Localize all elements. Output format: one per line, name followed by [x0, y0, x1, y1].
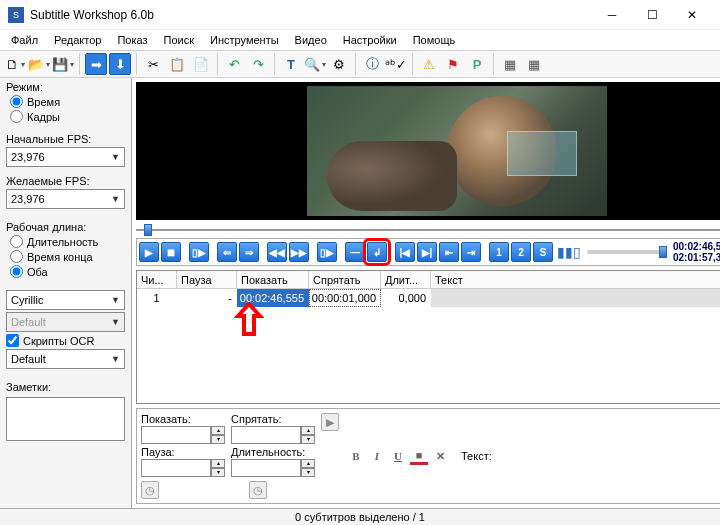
info-button[interactable]: ⓘ: [361, 53, 383, 75]
preset-2-button[interactable]: 2: [511, 242, 531, 262]
copy-button[interactable]: 📋: [166, 53, 188, 75]
wl-both-radio[interactable]: Оба: [6, 265, 125, 278]
volume-icon: ▮▮▯: [557, 244, 581, 260]
desired-fps-select[interactable]: 23,976▼: [6, 189, 125, 209]
col-pause[interactable]: Пауза: [177, 271, 237, 288]
bold-button[interactable]: B: [347, 447, 365, 465]
hide-input[interactable]: ▴▾: [231, 426, 315, 444]
content-area: ▶ ⏹ ▯▶ ⇐ ⇒ ◀◀ ▶▶ ▯▶ — ↲ |◀ ▶| ⇤ ⇥ 1 2 S …: [132, 78, 720, 508]
set-time-button[interactable]: ↲: [367, 242, 387, 262]
mode-frames-radio[interactable]: Кадры: [6, 110, 125, 123]
charset2-select: Default▼: [6, 312, 125, 332]
s-button[interactable]: S: [533, 242, 553, 262]
cut-button[interactable]: ✂: [142, 53, 164, 75]
duration-input[interactable]: ▴▾: [231, 459, 315, 477]
stop-button[interactable]: ⏹: [161, 242, 181, 262]
notes-textarea[interactable]: [6, 397, 125, 441]
wl-endtime-radio[interactable]: Время конца: [6, 250, 125, 263]
clock-2-button[interactable]: ◷: [249, 481, 267, 499]
col-duration[interactable]: Длит...: [381, 271, 431, 288]
color-button[interactable]: ■: [410, 447, 428, 465]
goto-end-button[interactable]: ▶|: [417, 242, 437, 262]
menu-tools[interactable]: Инструменты: [202, 32, 287, 48]
show-label: Показать:: [141, 413, 225, 425]
underline-button[interactable]: U: [389, 447, 407, 465]
pause-input[interactable]: ▴▾: [141, 459, 225, 477]
mode-btn-2[interactable]: ⬇: [109, 53, 131, 75]
paste-button[interactable]: 📄: [190, 53, 212, 75]
spellcheck-button[interactable]: ᵃᵇ✓: [385, 53, 407, 75]
redo-button[interactable]: ↷: [247, 53, 269, 75]
clock-1-button[interactable]: ◷: [141, 481, 159, 499]
rewind-button[interactable]: ◀◀: [267, 242, 287, 262]
menu-file[interactable]: Файл: [3, 32, 46, 48]
menu-settings[interactable]: Настройки: [335, 32, 405, 48]
menu-edit[interactable]: Редактор: [46, 32, 109, 48]
new-button[interactable]: 🗋: [4, 53, 26, 75]
table-row[interactable]: 1 - 00:02:46,555 00:00:01,000 0,000: [137, 289, 720, 307]
forward-button[interactable]: ▶▶: [289, 242, 309, 262]
volume-slider[interactable]: [587, 250, 667, 254]
menu-view[interactable]: Показ: [109, 32, 155, 48]
stepback-button[interactable]: ▯▶: [189, 242, 209, 262]
col-num[interactable]: Чи...: [137, 271, 177, 288]
notes-label: Заметки:: [6, 381, 125, 393]
subtitle-table[interactable]: Чи... Пауза Показать Спрятать Длит... Те…: [136, 270, 720, 404]
col-hide[interactable]: Спрятать: [309, 271, 381, 288]
grid1-button[interactable]: ▦: [499, 53, 521, 75]
sidebar: Режим: Время Кадры Начальные FPS: 23,976…: [0, 78, 132, 508]
flag-button[interactable]: ⚑: [442, 53, 464, 75]
close-button[interactable]: ✕: [672, 0, 712, 29]
player-controls: ▶ ⏹ ▯▶ ⇐ ⇒ ◀◀ ▶▶ ▯▶ — ↲ |◀ ▶| ⇤ ⇥ 1 2 S …: [136, 238, 720, 266]
menu-search[interactable]: Поиск: [156, 32, 202, 48]
col-text[interactable]: Текст: [431, 271, 720, 288]
mode-label: Режим:: [6, 81, 125, 93]
ocr-select[interactable]: Default▼: [6, 349, 125, 369]
video-preview[interactable]: [136, 82, 720, 220]
sub-line-button[interactable]: —: [345, 242, 365, 262]
warning-button[interactable]: ⚠: [418, 53, 440, 75]
toolbar-sep-6: [412, 53, 413, 75]
cell-num: 1: [137, 289, 177, 307]
menu-help[interactable]: Помощь: [405, 32, 464, 48]
col-show[interactable]: Показать: [237, 271, 309, 288]
next-button[interactable]: ⇒: [239, 242, 259, 262]
zoom-button[interactable]: 🔍: [304, 53, 326, 75]
seek-bar[interactable]: [136, 224, 720, 236]
mode-btn-1[interactable]: ➡: [85, 53, 107, 75]
worklength-label: Рабочая длина:: [6, 221, 125, 233]
p-button[interactable]: P: [466, 53, 488, 75]
undo-button[interactable]: ↶: [223, 53, 245, 75]
maximize-button[interactable]: ☐: [632, 0, 672, 29]
mark-in-button[interactable]: ⇤: [439, 242, 459, 262]
hide-label: Спрятать:: [231, 413, 315, 425]
clear-format-button[interactable]: ✕: [431, 447, 449, 465]
app-icon: S: [8, 7, 24, 23]
italic-button[interactable]: I: [368, 447, 386, 465]
duration-label: Длительность:: [231, 446, 315, 458]
window-title: Subtitle Workshop 6.0b: [30, 8, 592, 22]
goto-start-button[interactable]: |◀: [395, 242, 415, 262]
mode-time-radio[interactable]: Время: [6, 95, 125, 108]
frameadv-button[interactable]: ▯▶: [317, 242, 337, 262]
toolbar-sep-5: [355, 53, 356, 75]
prev-button[interactable]: ⇐: [217, 242, 237, 262]
wl-duration-radio[interactable]: Длительность: [6, 235, 125, 248]
time-next-button[interactable]: ▶: [321, 413, 339, 431]
settings-button[interactable]: ⚙: [328, 53, 350, 75]
mark-out-button[interactable]: ⇥: [461, 242, 481, 262]
grid2-button[interactable]: ▦: [523, 53, 545, 75]
menu-video[interactable]: Видео: [287, 32, 335, 48]
minimize-button[interactable]: ─: [592, 0, 632, 29]
play-button[interactable]: ▶: [139, 242, 159, 262]
cell-pause: -: [177, 289, 237, 307]
charset-select[interactable]: Cyrillic▼: [6, 290, 125, 310]
preset-1-button[interactable]: 1: [489, 242, 509, 262]
open-button[interactable]: 📂: [28, 53, 50, 75]
desired-fps-label: Желаемые FPS:: [6, 175, 125, 187]
save-button[interactable]: 💾: [52, 53, 74, 75]
initial-fps-select[interactable]: 23,976▼: [6, 147, 125, 167]
show-input[interactable]: ▴▾: [141, 426, 225, 444]
scripts-ocr-checkbox[interactable]: Скрипты OCR: [6, 334, 125, 347]
text-format-button[interactable]: T: [280, 53, 302, 75]
